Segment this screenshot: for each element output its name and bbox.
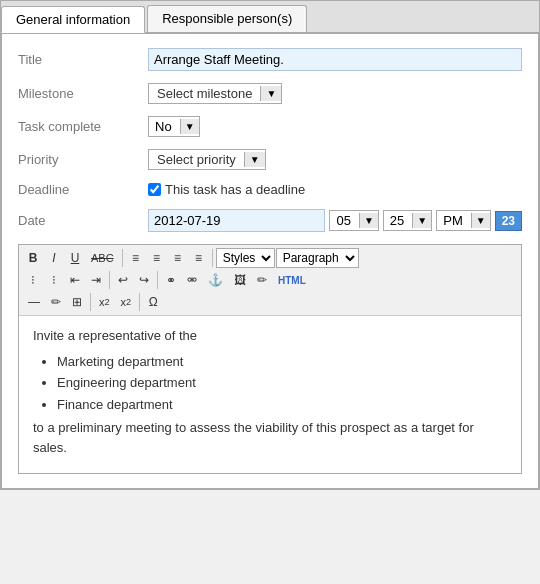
date-label: Date <box>18 213 148 228</box>
outdent-button[interactable]: ⇤ <box>65 270 85 290</box>
styles-select[interactable]: Styles <box>216 248 275 268</box>
deadline-checkbox-label[interactable]: This task has a deadline <box>148 182 522 197</box>
task-complete-row: Task complete No ▼ <box>18 116 522 137</box>
underline-button[interactable]: U <box>65 248 85 268</box>
deadline-checkbox-text: This task has a deadline <box>165 182 305 197</box>
align-right-button[interactable]: ≡ <box>168 248 188 268</box>
editor-body[interactable]: Invite a representative of the Marketing… <box>19 316 521 473</box>
toolbar-separator-2 <box>212 249 213 267</box>
html-button[interactable]: HTML <box>273 270 311 290</box>
toolbar-separator-6 <box>139 293 140 311</box>
hour-arrow[interactable]: ▼ <box>359 213 378 228</box>
redo-button[interactable]: ↪ <box>134 270 154 290</box>
title-label: Title <box>18 52 148 67</box>
priority-row: Priority Select priority ▼ <box>18 149 522 170</box>
milestone-row: Milestone Select milestone ▼ <box>18 83 522 104</box>
toolbar-separator-5 <box>90 293 91 311</box>
toolbar-row-2: ⁝ ⁝ ⇤ ⇥ ↩ ↪ ⚭ ⚮ ⚓ 🖼 ✏ HTML <box>23 270 517 290</box>
editor-container: B I U ABC ≡ ≡ ≡ ≡ Styles Paragraph <box>18 244 522 474</box>
milestone-dropdown-arrow[interactable]: ▼ <box>260 86 281 101</box>
milestone-select[interactable]: Select milestone ▼ <box>148 83 282 104</box>
task-complete-select[interactable]: No ▼ <box>148 116 200 137</box>
date-time-row: 05 ▼ 25 ▼ PM ▼ 23 <box>148 209 522 232</box>
deadline-row: Deadline This task has a deadline <box>18 182 522 197</box>
paragraph-select[interactable]: Paragraph <box>276 248 359 268</box>
editor-text-2: to a preliminary meeting to assess the v… <box>33 418 507 457</box>
align-left-button[interactable]: ≡ <box>126 248 146 268</box>
align-justify-button[interactable]: ≡ <box>189 248 209 268</box>
strikethrough-button[interactable]: ABC <box>86 248 119 268</box>
title-input[interactable] <box>148 48 522 71</box>
subscript-button[interactable]: x2 <box>94 292 115 312</box>
minute-value: 25 <box>384 211 410 230</box>
image-edit-button[interactable]: ✏ <box>252 270 272 290</box>
superscript-button[interactable]: x2 <box>116 292 137 312</box>
pencil-button[interactable]: ✏ <box>46 292 66 312</box>
editor-toolbar: B I U ABC ≡ ≡ ≡ ≡ Styles Paragraph <box>19 245 521 316</box>
table-button[interactable]: ⊞ <box>67 292 87 312</box>
italic-button[interactable]: I <box>44 248 64 268</box>
app-container: General information Responsible person(s… <box>0 0 540 490</box>
unlink-button[interactable]: ⚮ <box>182 270 202 290</box>
bold-button[interactable]: B <box>23 248 43 268</box>
hr-button[interactable]: — <box>23 292 45 312</box>
deadline-checkbox[interactable] <box>148 183 161 196</box>
milestone-select-text: Select milestone <box>149 84 260 103</box>
hour-value: 05 <box>330 211 356 230</box>
priority-select-text: Select priority <box>149 150 244 169</box>
indent-button[interactable]: ⇥ <box>86 270 106 290</box>
milestone-label: Milestone <box>18 86 148 101</box>
date-row: Date 05 ▼ 25 ▼ PM ▼ 23 <box>18 209 522 232</box>
list-item: Finance department <box>57 395 507 415</box>
date-input[interactable] <box>148 209 325 232</box>
minute-select[interactable]: 25 ▼ <box>383 210 432 231</box>
tab-responsible-person[interactable]: Responsible person(s) <box>147 5 307 32</box>
priority-label: Priority <box>18 152 148 167</box>
undo-button[interactable]: ↩ <box>113 270 133 290</box>
task-complete-control: No ▼ <box>148 116 522 137</box>
toolbar-separator-4 <box>157 271 158 289</box>
omega-button[interactable]: Ω <box>143 292 163 312</box>
tab-bar: General information Responsible person(s… <box>1 1 539 33</box>
deadline-control: This task has a deadline <box>148 182 522 197</box>
title-control <box>148 48 522 71</box>
toolbar-separator-3 <box>109 271 110 289</box>
priority-select[interactable]: Select priority ▼ <box>148 149 266 170</box>
priority-dropdown-arrow[interactable]: ▼ <box>244 152 265 167</box>
list-item: Marketing department <box>57 352 507 372</box>
task-complete-value: No <box>149 117 178 136</box>
anchor-button[interactable]: ⚓ <box>203 270 228 290</box>
ampm-select[interactable]: PM ▼ <box>436 210 490 231</box>
toolbar-row-3: — ✏ ⊞ x2 x2 Ω <box>23 292 517 312</box>
ordered-list-button[interactable]: ⁝ <box>44 270 64 290</box>
toolbar-row-1: B I U ABC ≡ ≡ ≡ ≡ Styles Paragraph <box>23 248 517 268</box>
deadline-label: Deadline <box>18 182 148 197</box>
image-button[interactable]: 🖼 <box>229 270 251 290</box>
toolbar-separator-1 <box>122 249 123 267</box>
ampm-arrow[interactable]: ▼ <box>471 213 490 228</box>
priority-control: Select priority ▼ <box>148 149 522 170</box>
form-area: Title Milestone Select milestone ▼ Task … <box>1 33 539 489</box>
calendar-button[interactable]: 23 <box>495 211 522 231</box>
date-control: 05 ▼ 25 ▼ PM ▼ 23 <box>148 209 522 232</box>
milestone-control: Select milestone ▼ <box>148 83 522 104</box>
editor-text-1: Invite a representative of the <box>33 326 507 346</box>
minute-arrow[interactable]: ▼ <box>412 213 431 228</box>
title-row: Title <box>18 48 522 71</box>
hour-select[interactable]: 05 ▼ <box>329 210 378 231</box>
editor-list: Marketing department Engineering departm… <box>57 352 507 415</box>
align-center-button[interactable]: ≡ <box>147 248 167 268</box>
tab-general-information[interactable]: General information <box>1 6 145 33</box>
ampm-value: PM <box>437 211 469 230</box>
task-complete-label: Task complete <box>18 119 148 134</box>
link-button[interactable]: ⚭ <box>161 270 181 290</box>
task-complete-arrow[interactable]: ▼ <box>180 119 199 134</box>
unordered-list-button[interactable]: ⁝ <box>23 270 43 290</box>
list-item: Engineering department <box>57 373 507 393</box>
